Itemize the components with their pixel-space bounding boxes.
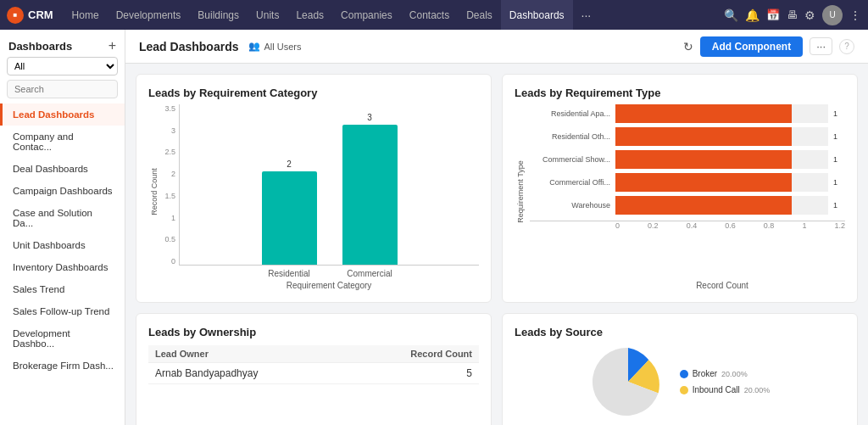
refresh-icon[interactable]: ↻ — [683, 40, 693, 53]
legend-item-inbound: Inbound Call 20.00% — [680, 385, 771, 394]
sidebar-filter: All — [0, 57, 125, 80]
nav-items: HomeDevelopmentsBuildingsUnitsLeadsCompa… — [64, 0, 573, 30]
search-input[interactable] — [7, 80, 118, 98]
gear-icon[interactable]: ⚙ — [804, 8, 815, 22]
sidebar-item-sales-trend[interactable]: Sales Trend — [0, 278, 125, 300]
nav-item-buildings[interactable]: Buildings — [189, 0, 248, 30]
top-nav: ■ CRM HomeDevelopmentsBuildingsUnitsLead… — [0, 0, 868, 30]
ownership-card: Leads by Ownership Lead Owner Record Cou… — [136, 313, 492, 425]
all-users-button[interactable]: 👥 All Users — [248, 41, 301, 52]
sidebar-item-lead-dashboards[interactable]: Lead Dashboards — [0, 103, 125, 126]
ownership-col-owner: Lead Owner — [148, 345, 349, 363]
sidebar-filter-select[interactable]: All — [7, 57, 118, 75]
pie-legend: Broker 20.00% Inbound Call 20.00% — [680, 369, 771, 394]
nav-item-units[interactable]: Units — [248, 0, 287, 30]
sidebar-search — [0, 80, 125, 103]
sidebar-header: Dashboards + — [0, 30, 125, 57]
sidebar-item-unit-dashboards[interactable]: Unit Dashboards — [0, 234, 125, 256]
calendar-icon[interactable]: 📅 — [766, 8, 780, 21]
source-card: Leads by Source — [502, 313, 858, 425]
owner-name: Arnab Bandyapadhyay — [148, 363, 349, 384]
req-type-title: Leads by Requirement Type — [515, 87, 845, 99]
sidebar-add-icon[interactable]: + — [108, 38, 116, 53]
nav-item-leads[interactable]: Leads — [287, 0, 332, 30]
source-chart: Broker 20.00% Inbound Call 20.00% — [515, 344, 845, 420]
sidebar-item-case-and-solution-da...[interactable]: Case and Solution Da... — [0, 202, 125, 234]
app-body: Dashboards + All Lead DashboardsCompany … — [0, 30, 868, 425]
req-category-title: Leads by Requirement Category — [148, 87, 479, 99]
owner-count: 5 — [349, 363, 479, 384]
page-title: Lead Dashboards — [139, 40, 238, 53]
source-title: Leads by Source — [515, 326, 845, 338]
hbar-rows: Residential Apa... 1 Residential Oth... … — [530, 104, 845, 278]
bar-residential: 2 — [262, 159, 317, 265]
ownership-col-count: Record Count — [349, 345, 479, 363]
req-category-chart: Record Count 00.511.522.533.5 2 — [148, 104, 479, 290]
main-header-right: ↻ Add Component ··· ? — [683, 36, 854, 57]
bell-icon[interactable]: 🔔 — [745, 8, 760, 22]
sidebar-item-development-dashbo...[interactable]: Development Dashbo... — [0, 322, 125, 355]
sidebar-item-brokerage-firm-dash...[interactable]: Brokerage Firm Dash... — [0, 355, 125, 377]
req-type-card: Leads by Requirement Type Requirement Ty… — [502, 74, 858, 303]
help-icon[interactable]: ? — [839, 39, 854, 54]
group-icon: 👥 — [248, 41, 260, 52]
nav-logo: ■ CRM — [7, 7, 53, 24]
main-content: Lead Dashboards 👥 All Users ↻ Add Compon… — [125, 30, 868, 425]
y-axis-title-req-cat: Record Count — [148, 104, 160, 278]
nav-item-home[interactable]: Home — [64, 0, 108, 30]
sidebar-item-inventory-dashboards[interactable]: Inventory Dashboards — [0, 256, 125, 278]
legend-item-broker: Broker 20.00% — [680, 369, 771, 378]
x-axis-title-req-cat: Requirement Category — [148, 281, 479, 290]
all-users-label: All Users — [264, 42, 301, 52]
add-component-button[interactable]: Add Component — [700, 36, 803, 57]
nav-item-developments[interactable]: Developments — [108, 0, 190, 30]
sidebar-item-campaign-dashboards[interactable]: Campaign Dashboards — [0, 180, 125, 202]
sidebar-nav: Lead DashboardsCompany and Contac...Deal… — [0, 103, 125, 377]
main-header-left: Lead Dashboards 👥 All Users — [139, 40, 302, 53]
dashboard-grid: Leads by Requirement Category Record Cou… — [125, 64, 868, 425]
nav-right: 🔍 🔔 📅 🖶 ⚙ U ⋮ — [724, 5, 861, 25]
sidebar-item-deal-dashboards[interactable]: Deal Dashboards — [0, 158, 125, 180]
y-ticks: 00.511.522.533.5 — [160, 104, 179, 266]
sidebar: Dashboards + All Lead DashboardsCompany … — [0, 30, 125, 425]
screen-icon[interactable]: 🖶 — [787, 8, 798, 21]
sidebar-title: Dashboards — [8, 40, 72, 53]
main-header: Lead Dashboards 👥 All Users ↻ Add Compon… — [125, 30, 868, 64]
logo-icon: ■ — [7, 7, 24, 24]
y-axis-title-req-type: Requirement Type — [515, 104, 526, 278]
avatar[interactable]: U — [822, 5, 843, 25]
nav-more[interactable]: ··· — [575, 8, 598, 22]
table-row: Arnab Bandyapadhyay 5 — [148, 363, 479, 384]
nav-item-contacts[interactable]: Contacts — [401, 0, 458, 30]
search-icon[interactable]: 🔍 — [724, 8, 738, 22]
grid-icon[interactable]: ⋮ — [849, 8, 861, 22]
x-axis-title-req-type: Record Count — [515, 281, 845, 290]
sidebar-item-company-and-contac...[interactable]: Company and Contac... — [0, 126, 125, 158]
pie-chart — [590, 344, 666, 420]
logo-text: CRM — [28, 8, 53, 21]
req-category-card: Leads by Requirement Category Record Cou… — [136, 74, 492, 303]
nav-item-deals[interactable]: Deals — [458, 0, 501, 30]
more-options-button[interactable]: ··· — [810, 37, 832, 55]
bars-area: 2 3 Residential Commercial — [179, 104, 479, 278]
nav-item-dashboards[interactable]: Dashboards — [501, 0, 573, 30]
nav-item-companies[interactable]: Companies — [332, 0, 401, 30]
ownership-table: Lead Owner Record Count Arnab Bandyapadh… — [148, 345, 479, 384]
ownership-title: Leads by Ownership — [148, 326, 479, 338]
bar-commercial: 3 — [342, 113, 398, 265]
req-type-chart: Requirement Type Residential Apa... 1 — [515, 104, 845, 290]
sidebar-item-sales-follow-up-trend[interactable]: Sales Follow-up Trend — [0, 300, 125, 322]
